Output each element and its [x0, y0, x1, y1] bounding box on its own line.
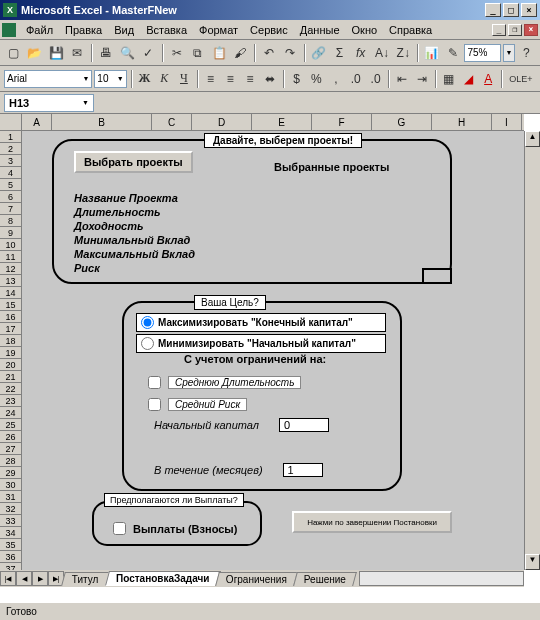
merge-icon[interactable]: ⬌ — [261, 69, 279, 89]
row-header[interactable]: 20 — [0, 359, 22, 371]
row-header[interactable]: 30 — [0, 479, 22, 491]
row-header[interactable]: 22 — [0, 383, 22, 395]
paste-icon[interactable]: 📋 — [209, 43, 228, 63]
menu-view[interactable]: Вид — [108, 22, 140, 38]
row-header[interactable]: 29 — [0, 467, 22, 479]
row-header[interactable]: 3 — [0, 155, 22, 167]
row-header[interactable]: 16 — [0, 311, 22, 323]
doc-restore-button[interactable]: ❐ — [508, 24, 522, 36]
row-header[interactable]: 31 — [0, 491, 22, 503]
undo-icon[interactable]: ↶ — [259, 43, 278, 63]
comma-icon[interactable]: , — [327, 69, 345, 89]
print-icon[interactable]: 🖶 — [96, 43, 115, 63]
row-header[interactable]: 18 — [0, 335, 22, 347]
row-header[interactable]: 17 — [0, 323, 22, 335]
tab-prev-icon[interactable]: ◀ — [16, 571, 32, 586]
check-duration-input[interactable] — [148, 376, 161, 389]
capital-value[interactable]: 0 — [279, 418, 329, 432]
mail-icon[interactable]: ✉ — [68, 43, 87, 63]
underline-icon[interactable]: Ч — [175, 69, 193, 89]
function-icon[interactable]: fx — [351, 43, 370, 63]
duration-value[interactable]: 1 — [283, 463, 323, 477]
column-header[interactable]: C — [152, 114, 192, 130]
tab-ogranicheniya[interactable]: Ограничения — [215, 572, 298, 586]
radio-maximize-input[interactable] — [141, 316, 154, 329]
check-payments-input[interactable] — [113, 522, 126, 535]
scroll-down-icon[interactable]: ▼ — [525, 554, 540, 570]
row-header[interactable]: 27 — [0, 443, 22, 455]
row-header[interactable]: 11 — [0, 251, 22, 263]
open-icon[interactable]: 📂 — [25, 43, 44, 63]
horizontal-scrollbar[interactable] — [359, 571, 524, 586]
check-risk[interactable]: Средний Риск — [144, 395, 301, 414]
row-header[interactable]: 19 — [0, 347, 22, 359]
redo-icon[interactable]: ↷ — [280, 43, 299, 63]
name-box[interactable]: H13▼ — [4, 94, 94, 112]
column-header[interactable]: H — [432, 114, 492, 130]
save-icon[interactable]: 💾 — [47, 43, 66, 63]
radio-maximize[interactable]: Максимизировать "Конечный капитал" — [136, 313, 386, 332]
row-header[interactable]: 10 — [0, 239, 22, 251]
row-header[interactable]: 26 — [0, 431, 22, 443]
menu-data[interactable]: Данные — [294, 22, 346, 38]
row-header[interactable]: 25 — [0, 419, 22, 431]
size-combo[interactable]: 10▼ — [94, 70, 126, 88]
borders-icon[interactable]: ▦ — [440, 69, 458, 89]
menu-file[interactable]: Файл — [20, 22, 59, 38]
row-header[interactable]: 8 — [0, 215, 22, 227]
column-header[interactable]: D — [192, 114, 252, 130]
row-header[interactable]: 1 — [0, 131, 22, 143]
preview-icon[interactable]: 🔍 — [117, 43, 136, 63]
row-header[interactable]: 23 — [0, 395, 22, 407]
sheet-canvas[interactable]: Давайте, выберем проекты! Выбрать проект… — [22, 131, 524, 570]
column-header[interactable]: G — [372, 114, 432, 130]
row-header[interactable]: 6 — [0, 191, 22, 203]
radio-minimize[interactable]: Минимизировать "Начальный капитал" — [136, 334, 386, 353]
column-header[interactable]: E — [252, 114, 312, 130]
row-header[interactable]: 35 — [0, 539, 22, 551]
align-center-icon[interactable]: ≡ — [221, 69, 239, 89]
copy-icon[interactable]: ⧉ — [188, 43, 207, 63]
column-header[interactable]: B — [52, 114, 152, 130]
row-header[interactable]: 12 — [0, 263, 22, 275]
check-duration[interactable]: Среднюю Длительность — [144, 373, 301, 392]
row-header[interactable]: 34 — [0, 527, 22, 539]
menu-edit[interactable]: Правка — [59, 22, 108, 38]
doc-minimize-button[interactable]: _ — [492, 24, 506, 36]
align-right-icon[interactable]: ≡ — [241, 69, 259, 89]
row-header[interactable]: 9 — [0, 227, 22, 239]
row-header[interactable]: 13 — [0, 275, 22, 287]
font-combo[interactable]: Arial▼ — [4, 70, 92, 88]
row-header[interactable]: 5 — [0, 179, 22, 191]
fill-color-icon[interactable]: ◢ — [459, 69, 477, 89]
row-header[interactable]: 36 — [0, 551, 22, 563]
radio-minimize-input[interactable] — [141, 337, 154, 350]
row-header[interactable]: 33 — [0, 515, 22, 527]
new-icon[interactable]: ▢ — [4, 43, 23, 63]
row-header[interactable]: 14 — [0, 287, 22, 299]
zoom-dropdown-icon[interactable]: ▼ — [503, 44, 515, 62]
close-button[interactable]: × — [521, 3, 537, 17]
help-icon[interactable]: ? — [517, 43, 536, 63]
minimize-button[interactable]: _ — [485, 3, 501, 17]
chart-icon[interactable]: 📊 — [422, 43, 441, 63]
sort-desc-icon[interactable]: Z↓ — [394, 43, 413, 63]
doc-close-button[interactable]: × — [524, 24, 538, 36]
row-header[interactable]: 24 — [0, 407, 22, 419]
column-header[interactable]: A — [22, 114, 52, 130]
select-all-corner[interactable] — [0, 114, 22, 131]
zoom-combo[interactable]: 75% — [464, 44, 501, 62]
tab-titul[interactable]: Титул — [61, 572, 109, 586]
spelling-icon[interactable]: ✓ — [139, 43, 158, 63]
tab-postanovka[interactable]: ПостановкаЗадачи — [105, 571, 221, 586]
dec-indent-icon[interactable]: ⇤ — [393, 69, 411, 89]
currency-icon[interactable]: $ — [288, 69, 306, 89]
dec-decimal-icon[interactable]: .0 — [367, 69, 385, 89]
column-header[interactable]: I — [492, 114, 522, 130]
format-painter-icon[interactable]: 🖌 — [231, 43, 250, 63]
row-header[interactable]: 7 — [0, 203, 22, 215]
percent-icon[interactable]: % — [307, 69, 325, 89]
bold-icon[interactable]: Ж — [136, 69, 154, 89]
row-header[interactable]: 21 — [0, 371, 22, 383]
tab-first-icon[interactable]: |◀ — [0, 571, 16, 586]
